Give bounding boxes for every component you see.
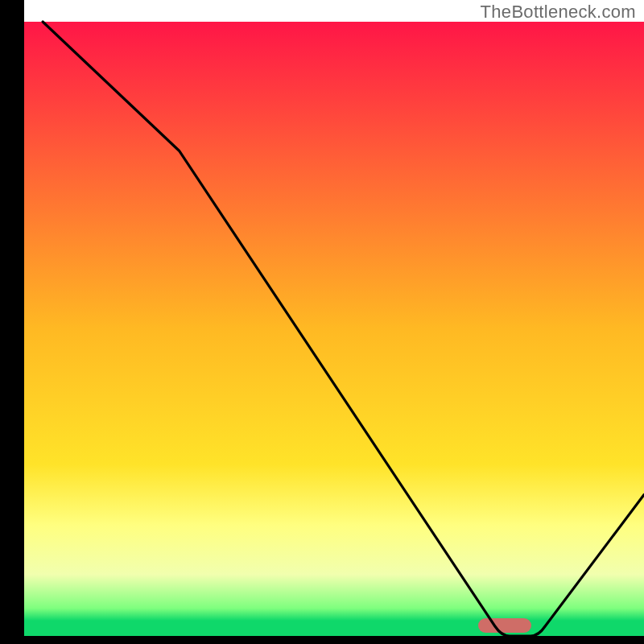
- bottleneck-chart: [0, 0, 644, 644]
- plot-background: [24, 22, 644, 636]
- y-axis: [0, 0, 24, 644]
- optimal-marker: [478, 618, 531, 633]
- chart-container: TheBottleneck.com: [0, 0, 644, 644]
- watermark-text: TheBottleneck.com: [481, 2, 636, 23]
- x-axis: [0, 636, 644, 644]
